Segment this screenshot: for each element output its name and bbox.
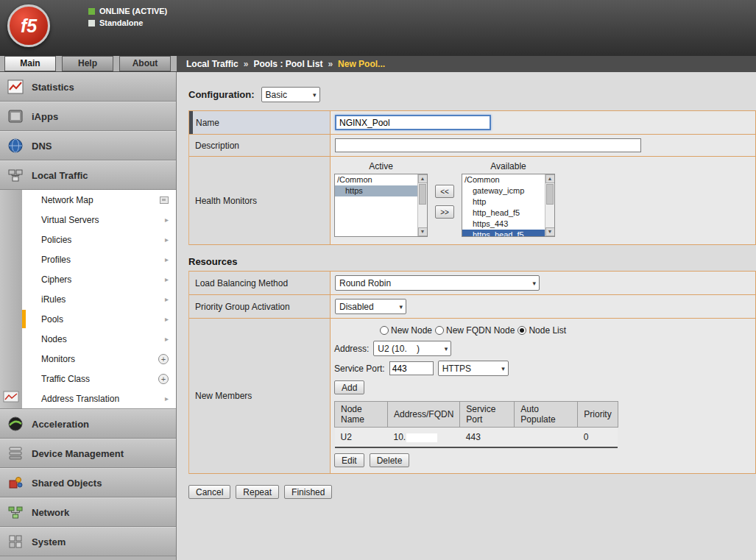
sidebar-item-traffic-class[interactable]: Traffic Class +: [22, 369, 176, 389]
add-button[interactable]: Add: [334, 380, 364, 394]
move-to-active-button[interactable]: <<: [435, 185, 454, 198]
network-icon: [7, 503, 24, 521]
repeat-button[interactable]: Repeat: [236, 485, 279, 499]
finished-button[interactable]: Finished: [284, 485, 332, 499]
submenu-left-strip: [0, 190, 22, 408]
sidebar-item-policies[interactable]: Policies ▸: [22, 230, 176, 249]
sidebar-item-irules[interactable]: iRules ▸: [22, 289, 176, 309]
tab-zone: Main Help About: [0, 56, 177, 72]
sidebar-item-monitors[interactable]: Monitors +: [22, 349, 176, 369]
sidebar-item-dns[interactable]: DNS: [0, 131, 176, 160]
monitor-option[interactable]: http_head_f5: [462, 208, 545, 219]
cancel-button[interactable]: Cancel: [188, 485, 230, 499]
sidebar-item-iapps[interactable]: iApps: [0, 102, 176, 131]
monitor-option[interactable]: https_443: [462, 219, 545, 230]
sidebar-label: DNS: [32, 141, 52, 152]
breadcrumb-current-page: New Pool...: [338, 59, 385, 69]
sidebar-item-device-management[interactable]: Device Management: [0, 439, 176, 468]
plus-circle-icon[interactable]: +: [158, 374, 169, 384]
sidebar-item-network[interactable]: Network: [0, 497, 176, 527]
member-priority: 0: [578, 428, 618, 448]
available-monitors-listbox[interactable]: /Common gateway_icmp http http_head_f5 h…: [462, 174, 555, 237]
monitor-option[interactable]: http: [462, 196, 545, 208]
move-to-available-button[interactable]: >>: [435, 205, 454, 219]
service-port-input[interactable]: [389, 361, 434, 375]
scroll-down-icon[interactable]: ▼: [545, 227, 555, 236]
sidebar-item-address-translation[interactable]: Address Translation ▸: [22, 389, 176, 408]
monitor-option[interactable]: /Common: [462, 174, 545, 185]
configuration-select[interactable]: Basic ▾: [261, 87, 320, 102]
network-map-launch-icon[interactable]: [160, 196, 169, 204]
edit-button[interactable]: Edit: [334, 453, 364, 467]
name-label: Name: [189, 111, 331, 134]
listbox-scrollbar[interactable]: ▲ ▼: [417, 174, 427, 236]
chevron-right-icon: ▸: [165, 394, 169, 403]
breadcrumb-pool-list[interactable]: Pools : Pool List: [253, 59, 322, 69]
priority-group-label: Priority Group Activation: [189, 295, 331, 318]
sidebar-item-shared-objects[interactable]: Shared Objects: [0, 468, 176, 497]
description-label: Description: [189, 135, 331, 156]
resources-table: Load Balancing Method Round Robin ▾ Prio…: [188, 271, 756, 474]
load-balancing-select[interactable]: Round Robin ▾: [335, 275, 540, 291]
active-monitors-listbox[interactable]: /Common https ▲ ▼: [334, 174, 428, 237]
breadcrumb-separator-icon: »: [328, 59, 333, 69]
member-row[interactable]: U2 10. 443 0: [335, 428, 618, 448]
available-monitors-column: Available /Common gateway_icmp http http…: [462, 161, 555, 237]
tab-breadcrumb-band: Main Help About Local Traffic » Pools : …: [0, 56, 756, 72]
monitor-option[interactable]: https_head_f5: [462, 230, 545, 237]
sidebar-label: Acceleration: [32, 419, 89, 430]
health-monitors-row: Health Monitors Active /Common https ▲: [189, 157, 755, 245]
tab-help[interactable]: Help: [62, 56, 113, 71]
acceleration-icon: [7, 415, 24, 433]
chevron-right-icon: ▸: [165, 315, 169, 323]
sidebar-item-virtual-servers[interactable]: Virtual Servers ▸: [22, 210, 176, 230]
scrollbar-thumb[interactable]: [419, 184, 426, 205]
sidebar-item-pools[interactable]: Pools ▸: [22, 309, 176, 329]
monitor-option[interactable]: /Common: [335, 174, 417, 185]
col-address-fqdn: Address/FQDN: [388, 402, 460, 428]
delete-button[interactable]: Delete: [370, 453, 410, 467]
radio-button-icon: [517, 326, 526, 335]
scroll-up-icon[interactable]: ▲: [418, 174, 428, 183]
sidebar-item-acceleration[interactable]: Acceleration: [0, 409, 176, 439]
scroll-down-icon[interactable]: ▼: [418, 227, 428, 236]
health-monitors-label: Health Monitors: [189, 157, 331, 244]
member-auto-populate: [515, 428, 578, 448]
sidebar-item-system[interactable]: System: [0, 527, 176, 556]
address-field-line: Address: U2 (10. ) ▾: [334, 341, 751, 356]
radio-new-node[interactable]: New Node: [380, 325, 432, 336]
address-select[interactable]: U2 (10. ) ▾: [373, 341, 451, 356]
scrollbar-thumb[interactable]: [546, 184, 554, 205]
plus-circle-icon[interactable]: +: [158, 354, 169, 364]
service-name-select[interactable]: HTTPS ▾: [438, 361, 509, 376]
iapps-icon: [7, 107, 24, 125]
scroll-up-icon[interactable]: ▲: [545, 174, 555, 183]
breadcrumb-local-traffic[interactable]: Local Traffic: [186, 59, 239, 69]
submenu-list: Network Map Virtual Servers ▸ Policies ▸…: [22, 190, 176, 408]
chevron-right-icon: ▸: [165, 216, 169, 224]
name-input[interactable]: [335, 115, 491, 130]
radio-new-fqdn-node[interactable]: New FQDN Node: [435, 325, 515, 336]
priority-group-select[interactable]: Disabled ▾: [335, 299, 406, 314]
f5-logo: f5: [7, 4, 50, 47]
radio-button-icon: [435, 326, 444, 335]
sidebar-item-network-map[interactable]: Network Map: [22, 190, 176, 210]
tab-main[interactable]: Main: [4, 56, 56, 71]
sidebar-item-nodes[interactable]: Nodes ▸: [22, 329, 176, 349]
chevron-down-icon: ▾: [399, 303, 403, 311]
sidebar-item-ciphers[interactable]: Ciphers ▸: [22, 269, 176, 289]
sidebar-label: Shared Objects: [32, 478, 102, 489]
sidebar-item-statistics[interactable]: Statistics: [0, 72, 176, 102]
name-row: Name: [189, 111, 755, 135]
monitor-option[interactable]: gateway_icmp: [462, 185, 545, 196]
sidebar-item-local-traffic[interactable]: Local Traffic: [0, 160, 176, 190]
sidebar-item-profiles[interactable]: Profiles ▸: [22, 249, 176, 269]
description-input[interactable]: [335, 138, 641, 152]
radio-node-list[interactable]: Node List: [517, 325, 566, 336]
service-port-field-line: Service Port: HTTPS ▾: [334, 361, 751, 376]
monitor-option[interactable]: https: [335, 185, 417, 196]
chevron-down-icon: ▾: [532, 280, 536, 287]
listbox-scrollbar[interactable]: ▲ ▼: [545, 174, 554, 236]
tab-about[interactable]: About: [119, 56, 171, 71]
mode-status-text: Standalone: [99, 18, 143, 27]
